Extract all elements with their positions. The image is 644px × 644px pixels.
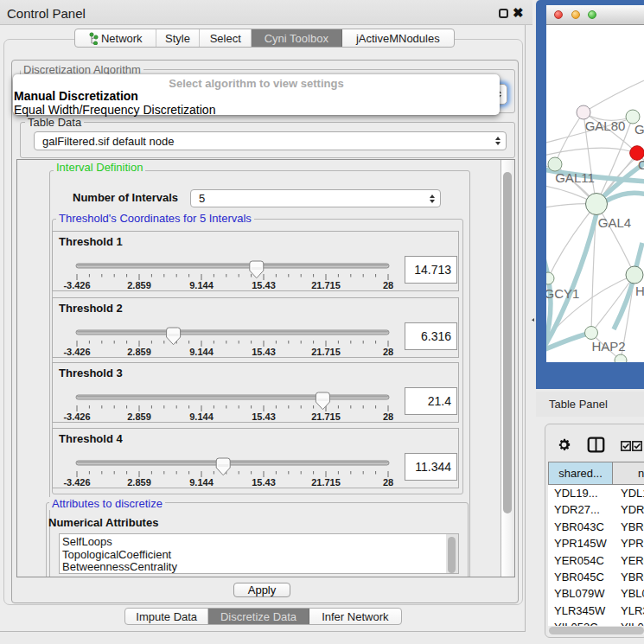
svg-text:28: 28 (383, 347, 393, 357)
svg-text:GCY1: GCY1 (546, 286, 579, 301)
svg-text:-3.426: -3.426 (63, 347, 90, 357)
svg-text:21.715: 21.715 (311, 411, 341, 422)
svg-text:GAL4: GAL4 (598, 215, 631, 230)
svg-text:21.715: 21.715 (311, 347, 341, 357)
svg-text:2.859: 2.859 (127, 411, 151, 422)
svg-text:H: H (635, 284, 644, 298)
svg-text:-3.426: -3.426 (63, 477, 90, 488)
svg-text:21.715: 21.715 (311, 477, 341, 488)
svg-text:28: 28 (383, 280, 393, 290)
svg-text:15.43: 15.43 (252, 477, 276, 488)
svg-text:GAL11: GAL11 (555, 170, 595, 185)
svg-text:28: 28 (383, 477, 393, 488)
svg-text:28: 28 (383, 411, 393, 422)
svg-text:9.144: 9.144 (189, 411, 214, 422)
svg-text:GAL80: GAL80 (585, 118, 626, 133)
svg-text:9.144: 9.144 (189, 347, 214, 357)
svg-text:15.43: 15.43 (252, 280, 276, 290)
svg-text:2.859: 2.859 (127, 477, 151, 488)
svg-text:15.43: 15.43 (252, 347, 276, 357)
svg-text:21.715: 21.715 (311, 280, 341, 290)
svg-text:HAP2: HAP2 (591, 339, 625, 354)
svg-text:2.859: 2.859 (127, 280, 151, 290)
svg-text:9.144: 9.144 (189, 280, 214, 290)
svg-text:15.43: 15.43 (252, 411, 276, 422)
svg-text:9.144: 9.144 (189, 477, 214, 488)
svg-text:-3.426: -3.426 (63, 411, 90, 422)
svg-text:-3.426: -3.426 (63, 280, 90, 290)
svg-text:C: C (638, 157, 644, 172)
svg-text:G.: G. (634, 122, 644, 137)
svg-text:2.859: 2.859 (127, 347, 151, 357)
